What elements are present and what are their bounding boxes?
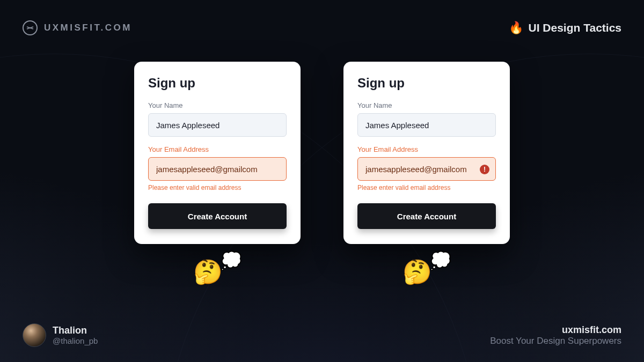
card-title: Sign up bbox=[357, 76, 496, 91]
header: UXMISFIT.COM 🔥 UI Design Tactics bbox=[0, 20, 644, 35]
logo-icon bbox=[23, 20, 38, 35]
avatar bbox=[23, 323, 46, 347]
author-name: Thalion bbox=[53, 325, 98, 337]
brand-logo[interactable]: UXMISFIT.COM bbox=[23, 20, 132, 35]
signup-card-left: Sign up Your Name Your Email Address Ple… bbox=[134, 62, 301, 244]
name-label: Your Name bbox=[148, 101, 287, 109]
signup-card-right: Sign up Your Name Your Email Address ! P… bbox=[343, 62, 510, 244]
create-account-button[interactable]: Create Account bbox=[148, 203, 287, 229]
email-input-wrap: ! bbox=[357, 157, 496, 184]
name-input[interactable] bbox=[357, 113, 496, 137]
thinking-emoji-group: 🤔 💭 bbox=[402, 258, 451, 286]
cards-container: Sign up Your Name Your Email Address Ple… bbox=[0, 62, 644, 244]
name-label: Your Name bbox=[357, 101, 496, 109]
brand-text: UXMISFIT.COM bbox=[44, 23, 132, 33]
author-block[interactable]: Thalion @thalion_pb bbox=[23, 323, 98, 347]
header-title-text: UI Design Tactics bbox=[529, 21, 622, 34]
thought-bubble-icon: 💭 bbox=[430, 250, 451, 271]
email-error-message: Please enter valid email address bbox=[148, 184, 287, 191]
author-handle: @thalion_pb bbox=[53, 336, 98, 345]
header-title: 🔥 UI Design Tactics bbox=[509, 21, 622, 35]
tagline: Boost Your Design Superpowers bbox=[490, 336, 621, 346]
email-input-wrap bbox=[148, 157, 287, 184]
thinking-face-icon: 🤔 bbox=[402, 258, 432, 286]
error-icon: ! bbox=[480, 165, 489, 174]
email-label: Your Email Address bbox=[357, 145, 496, 153]
email-error-message: Please enter valid email address bbox=[357, 184, 496, 191]
thought-bubble-icon: 💭 bbox=[221, 250, 242, 271]
email-label: Your Email Address bbox=[148, 145, 287, 153]
name-input[interactable] bbox=[148, 113, 287, 137]
footer-right: uxmisfit.com Boost Your Design Superpowe… bbox=[490, 324, 621, 346]
fire-icon: 🔥 bbox=[509, 21, 523, 35]
email-input[interactable] bbox=[357, 157, 496, 181]
create-account-button[interactable]: Create Account bbox=[357, 203, 496, 229]
thinking-face-icon: 🤔 bbox=[193, 258, 223, 286]
email-input[interactable] bbox=[148, 157, 287, 181]
footer: Thalion @thalion_pb uxmisfit.com Boost Y… bbox=[0, 323, 644, 347]
site-link[interactable]: uxmisfit.com bbox=[490, 324, 621, 336]
thinking-emoji-group: 🤔 💭 bbox=[193, 258, 242, 286]
card-title: Sign up bbox=[148, 76, 287, 91]
